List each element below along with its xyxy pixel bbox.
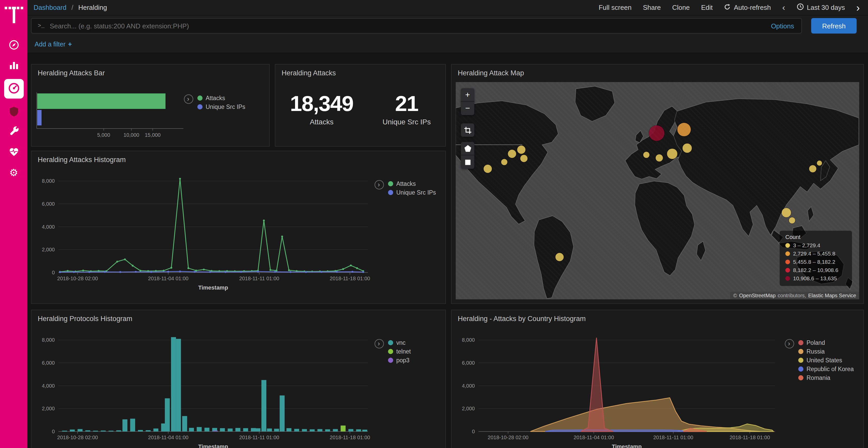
attack-point[interactable]	[682, 144, 691, 153]
map-zoom-controls: + −	[461, 88, 474, 115]
legend-color-dot	[785, 251, 790, 256]
refresh-cycle-icon	[724, 3, 731, 12]
map-fit-bounds-button[interactable]	[461, 123, 474, 137]
svg-text:15,000: 15,000	[145, 132, 160, 138]
panel-heralding-attack-map: Heralding Attack Map	[451, 64, 864, 304]
svg-text:2018-10-28 02:00: 2018-10-28 02:00	[57, 435, 98, 440]
legend-item[interactable]: Romania	[798, 375, 854, 381]
osm-link[interactable]: OpenStreetMap	[739, 292, 776, 298]
elastic-maps-link[interactable]: Elastic Maps Service	[808, 292, 856, 298]
svg-text:2018-11-11 01:00: 2018-11-11 01:00	[239, 276, 279, 281]
sidebar-item-compass[interactable]	[7, 39, 21, 52]
svg-text:4,000: 4,000	[462, 383, 475, 389]
attack-point[interactable]	[517, 146, 525, 154]
legend-item[interactable]: Attacks	[197, 95, 245, 101]
attack-point[interactable]	[556, 253, 564, 261]
legend-item[interactable]: pop3	[388, 357, 411, 364]
map-zoom-in-button[interactable]: +	[461, 88, 474, 102]
legend-color-dot	[798, 340, 803, 345]
panel-heralding-attacks-metric: Heralding Attacks 18,349 Attacks 21 Uniq…	[275, 64, 446, 146]
attack-point[interactable]	[667, 149, 678, 159]
legend-toggle-icon[interactable]	[184, 95, 193, 104]
metric-value: 21	[382, 91, 431, 116]
nav-right: Full screenShareCloneEdit Auto-refresh ‹…	[598, 2, 860, 13]
legend-item[interactable]: Poland	[798, 340, 854, 346]
attack-point[interactable]	[677, 123, 691, 136]
polygon-icon	[464, 144, 471, 152]
options-link[interactable]: Options	[771, 22, 794, 30]
legend-color-dot	[388, 349, 393, 354]
svg-text:8,000: 8,000	[462, 337, 475, 343]
attack-point[interactable]	[816, 161, 822, 166]
legend-color-dot	[785, 276, 790, 280]
gear-icon: ⚙	[9, 168, 18, 177]
panel-heralding-attacks-bar: Heralding Attacks Bar 5,00010,00015,000 …	[31, 64, 270, 146]
svg-text:2,000: 2,000	[462, 406, 475, 411]
map-legend-row: 3 – 2,729.4	[785, 242, 846, 249]
nav-action-link[interactable]: Full screen	[598, 4, 631, 11]
attacks-line-chart[interactable]: 02,0004,0006,0008,0002018-10-28 02:00201…	[35, 167, 373, 298]
legend-color-dot	[197, 104, 203, 109]
time-forward-chevron-icon[interactable]: ›	[857, 2, 860, 13]
protocols-bar-chart[interactable]: 02,0004,0006,0008,0002018-10-28 02:00201…	[35, 326, 373, 448]
metric-label: Attacks	[290, 118, 353, 126]
sidebar-item-settings[interactable]: ⚙	[7, 166, 21, 179]
legend-item[interactable]: United States	[798, 357, 854, 364]
sidebar-item-bar-chart[interactable]	[7, 59, 21, 72]
add-filter-link[interactable]: Add a filter +	[35, 41, 72, 48]
legend-color-dot	[197, 96, 203, 101]
map-draw-rectangle-button[interactable]	[461, 156, 474, 169]
country-area-chart[interactable]: 02,0004,0006,0008,0002018-10-28 02:00201…	[455, 326, 780, 448]
legend-color-dot	[388, 340, 393, 345]
legend-item[interactable]: Unique Src IPs	[388, 189, 436, 196]
rectangle-icon	[464, 158, 471, 166]
legend: Attacks Unique Src IPs	[184, 95, 245, 110]
nav-action-link[interactable]: Clone	[672, 4, 690, 11]
nav-action-link[interactable]: Share	[643, 4, 661, 11]
world-map[interactable]: + − Count	[456, 82, 859, 299]
breadcrumb-dashboard-link[interactable]: Dashboard	[34, 4, 66, 11]
legend-color-dot	[785, 268, 790, 272]
legend-item[interactable]: Attacks	[388, 181, 436, 187]
auto-refresh-button[interactable]: Auto-refresh	[724, 3, 771, 12]
refresh-button[interactable]: Refresh	[811, 18, 857, 34]
panel-title: Heralding - Attacks by Country Histogram	[452, 310, 863, 322]
gauge-icon	[7, 81, 21, 96]
time-back-chevron-icon[interactable]: ‹	[782, 3, 785, 12]
attack-point[interactable]	[649, 126, 664, 141]
time-range-picker[interactable]: Last 30 days	[797, 3, 845, 12]
attack-point[interactable]	[520, 155, 528, 162]
legend-toggle-icon[interactable]	[785, 339, 794, 348]
svg-text:5,000: 5,000	[97, 132, 110, 138]
kibana-dashboard-app: ⚙ Dashboard / Heralding Full screenShare…	[0, 0, 868, 448]
attack-point[interactable]	[501, 159, 507, 165]
legend-item[interactable]: vnc	[388, 340, 411, 346]
search-input[interactable]	[50, 22, 766, 30]
legend-toggle-icon[interactable]	[375, 339, 384, 348]
svg-text:8,000: 8,000	[42, 178, 55, 184]
legend-item[interactable]: Unique Src IPs	[197, 104, 245, 110]
telekom-logo	[4, 7, 23, 26]
attack-point[interactable]	[789, 217, 796, 223]
legend-item[interactable]: Russia	[798, 348, 854, 354]
svg-text:4,000: 4,000	[42, 224, 55, 230]
attack-point[interactable]	[782, 208, 791, 217]
legend-item[interactable]: Republic of Korea	[798, 366, 854, 372]
sidebar: ⚙	[0, 0, 27, 448]
map-zoom-out-button[interactable]: −	[461, 102, 474, 115]
sidebar-item-health[interactable]	[7, 145, 21, 159]
attack-point[interactable]	[809, 165, 816, 173]
nav-action-link[interactable]: Edit	[701, 4, 713, 11]
attack-point[interactable]	[655, 154, 663, 161]
sidebar-item-dashboard-selected[interactable]	[4, 79, 24, 99]
attack-point[interactable]	[508, 150, 517, 158]
sidebar-item-security[interactable]	[7, 105, 21, 119]
attack-point[interactable]	[644, 152, 650, 158]
map-draw-polygon-button[interactable]	[461, 142, 474, 156]
legend-item[interactable]: telnet	[388, 348, 411, 354]
attacks-bar-chart[interactable]: 5,00010,00015,000	[36, 90, 187, 144]
legend-toggle-icon[interactable]	[375, 180, 384, 189]
attack-point[interactable]	[484, 164, 492, 173]
sidebar-item-tools[interactable]	[7, 126, 21, 139]
svg-text:2018-10-28 02:00: 2018-10-28 02:00	[57, 276, 98, 281]
